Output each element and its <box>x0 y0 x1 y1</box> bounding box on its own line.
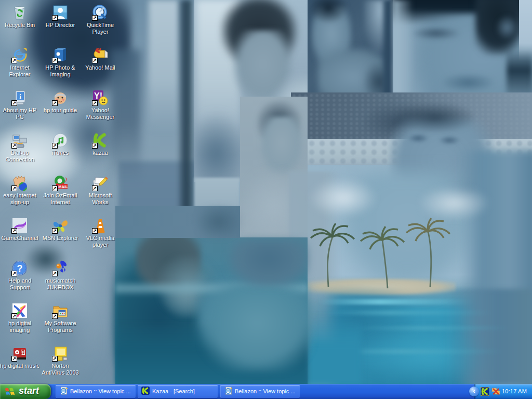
svg-text:?: ? <box>17 263 23 274</box>
svg-text:i: i <box>19 92 21 100</box>
